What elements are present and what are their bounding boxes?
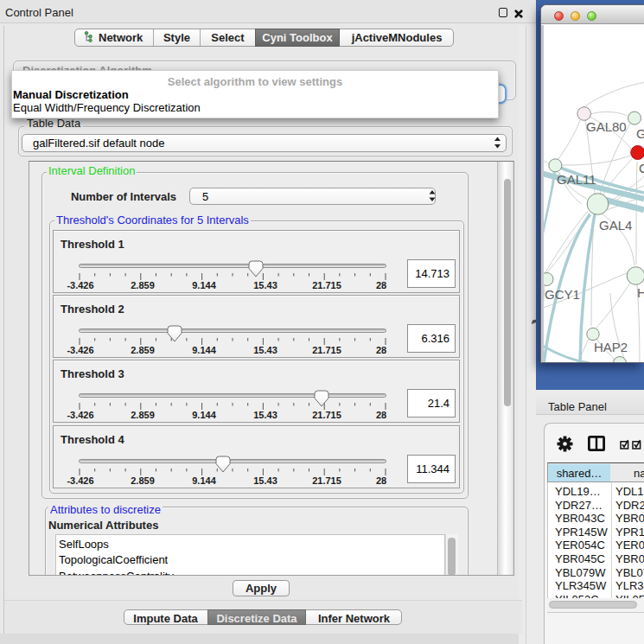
svg-text:HA: HA	[637, 285, 644, 300]
svg-text:GCY1: GCY1	[545, 287, 580, 302]
svg-text:HAP2: HAP2	[594, 340, 628, 354]
svg-text:C: C	[639, 161, 644, 175]
svg-text:GAL80: GAL80	[586, 119, 627, 134]
svg-text:GAL11: GAL11	[557, 172, 596, 187]
svg-text:GAL: GAL	[636, 126, 644, 141]
svg-text:GAL4: GAL4	[599, 218, 632, 233]
